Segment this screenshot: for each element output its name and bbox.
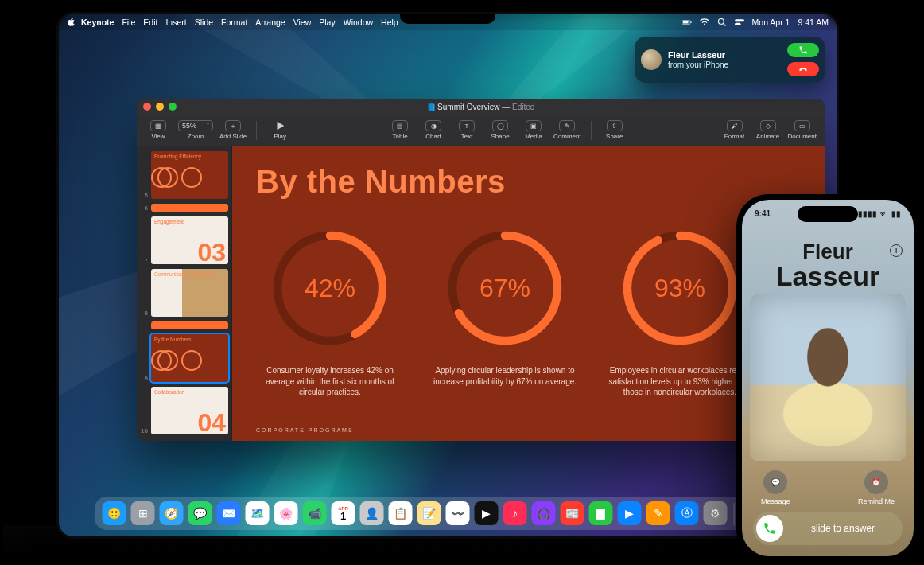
slide-thumb[interactable]: 8Communication Channels <box>138 269 228 317</box>
metric-caption: Employees in circular workplaces report … <box>606 365 754 398</box>
slide-footer: CORPORATE PROGRAMS <box>256 427 354 433</box>
dock-finder[interactable]: 🙂 <box>103 501 126 525</box>
slide-to-answer-label: slide to answer <box>783 523 903 534</box>
menu-insert[interactable]: Insert <box>165 18 186 27</box>
dock-freeform[interactable]: 〰️ <box>446 501 470 525</box>
accept-call-button[interactable] <box>787 43 819 57</box>
dock-contacts[interactable]: 👤 <box>360 501 384 525</box>
dock-messages[interactable]: 💬 <box>188 501 212 525</box>
window-zoom-button[interactable] <box>169 103 177 111</box>
remind-me-button[interactable]: ⏰ Remind Me <box>858 470 895 505</box>
menubar-date[interactable]: Mon Apr 1 <box>752 18 790 27</box>
svg-rect-1 <box>683 21 689 24</box>
menu-window[interactable]: Window <box>344 18 373 27</box>
slide-navigator[interactable]: 5Promoting Efficiency62A7Engagement038Co… <box>137 146 232 441</box>
dock-system-settings[interactable]: ⚙︎ <box>704 501 728 525</box>
caller-name: Fleur Lasseur <box>668 50 781 60</box>
tool-media[interactable]: ▣Media <box>520 120 547 140</box>
dock-tv[interactable]: ▶︎ <box>475 501 499 525</box>
menu-slide[interactable]: Slide <box>195 18 213 27</box>
svg-rect-6 <box>735 23 741 25</box>
keynote-window: Summit Overview — Edited ▦View 55%ˇZoom … <box>137 99 825 441</box>
tool-text[interactable]: TText <box>453 120 480 140</box>
slide-thumb[interactable]: 7Engagement03 <box>138 216 228 264</box>
slide-thumb[interactable]: 3B <box>138 321 228 329</box>
dock-mail[interactable]: ✉️ <box>217 501 241 525</box>
decline-call-button[interactable] <box>787 62 819 76</box>
answer-knob[interactable] <box>756 515 783 542</box>
tool-animate[interactable]: ◇Animate <box>755 120 782 140</box>
window-minimize-button[interactable] <box>156 103 164 111</box>
dock-pages[interactable]: ✎ <box>646 501 670 525</box>
dock-notes[interactable]: 📝 <box>417 501 441 525</box>
slide-thumb[interactable]: 10Collaboration04 <box>138 387 228 434</box>
tool-document[interactable]: ▭Document <box>788 120 817 140</box>
dock-podcasts[interactable]: 🎧 <box>532 501 556 525</box>
metric-value: 67% <box>445 228 565 348</box>
dock-reminders[interactable]: 📋 <box>389 501 413 525</box>
window-close-button[interactable] <box>143 103 151 111</box>
metric-caption: Consumer loyalty increases 42% on averag… <box>256 365 404 398</box>
dock-photos[interactable]: 🌸 <box>274 501 298 525</box>
window-title: Summit Overview — Edited <box>137 103 825 111</box>
slide-number: 10 <box>138 427 148 434</box>
metric-2: 67% Applying circular leadership is show… <box>431 228 579 398</box>
metric-caption: Applying circular leadership is shown to… <box>431 365 579 387</box>
slide-to-answer[interactable]: slide to answer <box>753 512 903 545</box>
dock: 🙂⊞🧭💬✉️🗺️🌸📹APR1👤📋📝〰️▶︎♪🎧📰▇▶✎Ⓐ⚙︎⬇︎🗑️ <box>95 497 802 530</box>
tool-format[interactable]: 🖌Format <box>721 120 748 140</box>
spotlight-icon[interactable] <box>717 18 727 27</box>
menu-view[interactable]: View <box>293 18 312 27</box>
tool-comment[interactable]: ✎Comment <box>553 120 581 140</box>
tool-add-slide[interactable]: ＋Add Slide <box>219 120 247 140</box>
menu-edit[interactable]: Edit <box>143 18 157 27</box>
dock-maps[interactable]: 🗺️ <box>246 501 270 525</box>
dock-news[interactable]: 📰 <box>561 501 584 525</box>
progress-ring: 42% <box>270 228 390 348</box>
menubar-time[interactable]: 9:41 AM <box>798 18 829 27</box>
dock-numbers[interactable]: ▇ <box>589 501 613 525</box>
slide-thumb[interactable]: 62A <box>138 204 228 212</box>
slide-thumb[interactable]: 9By the Numbers <box>138 334 228 382</box>
dock-safari[interactable]: 🧭 <box>160 501 184 525</box>
tool-view[interactable]: ▦View <box>145 120 172 140</box>
menubar-app-menus: Keynote File Edit Insert Slide Format Ar… <box>81 18 398 27</box>
dock-app-store[interactable]: Ⓐ <box>675 501 699 525</box>
window-titlebar[interactable]: Summit Overview — Edited <box>137 99 825 115</box>
menu-help[interactable]: Help <box>381 18 398 27</box>
chevron-down-icon: ˇ <box>207 122 209 130</box>
dock-launchpad[interactable]: ⊞ <box>131 501 155 525</box>
slide-number: 7 <box>138 257 148 264</box>
dock-calendar[interactable]: APR1 <box>332 501 355 525</box>
slide-number: 8 <box>138 310 148 317</box>
menu-file[interactable]: File <box>122 18 135 27</box>
iphone-frame: 9:41 ▮▮▮▮ ᯤ ▮▮ i Fleur Lasseur 💬 Message… <box>736 194 919 562</box>
tool-shape[interactable]: ◯Shape <box>487 120 514 140</box>
menu-play[interactable]: Play <box>319 18 335 27</box>
document-title: Summit Overview <box>427 103 500 111</box>
tool-zoom[interactable]: 55%ˇZoom <box>178 120 213 140</box>
dock-keynote[interactable]: ▶ <box>618 501 642 525</box>
control-center-icon[interactable] <box>735 18 744 27</box>
slide-thumb[interactable]: 5Promoting Efficiency <box>138 151 228 199</box>
tool-play[interactable]: Play <box>266 120 293 140</box>
dock-music[interactable]: ♪ <box>503 501 527 525</box>
dock-facetime[interactable]: 📹 <box>303 501 327 525</box>
dock-separator <box>734 503 735 525</box>
tool-table[interactable]: ▤Table <box>386 120 413 140</box>
menu-format[interactable]: Format <box>221 18 247 27</box>
menu-arrange[interactable]: Arrange <box>255 18 285 27</box>
signal-icon: ▮▮▮▮ <box>858 209 877 218</box>
macbook-frame: Keynote File Edit Insert Slide Format Ar… <box>59 14 837 536</box>
tool-chart[interactable]: ◑Chart <box>420 120 447 140</box>
tool-share[interactable]: ⇧Share <box>601 120 628 140</box>
wifi-icon[interactable] <box>700 18 709 27</box>
menu-app[interactable]: Keynote <box>81 18 114 27</box>
display-notch <box>400 14 495 24</box>
apple-menu[interactable] <box>67 18 76 27</box>
svg-rect-5 <box>735 19 744 21</box>
progress-ring: 93% <box>620 228 740 348</box>
caller-subtitle: from your iPhone <box>668 60 781 70</box>
battery-icon[interactable] <box>682 18 692 27</box>
message-button[interactable]: 💬 Message <box>761 470 790 505</box>
